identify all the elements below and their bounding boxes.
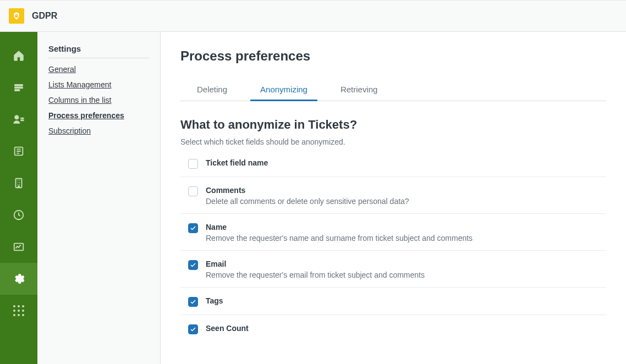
home-icon bbox=[13, 49, 25, 62]
field-row-tags: Tags bbox=[180, 288, 606, 315]
field-row-seen-count: Seen Count bbox=[180, 315, 606, 342]
apps-icon bbox=[13, 305, 25, 317]
field-label: Comments bbox=[206, 186, 606, 195]
field-sub: Remove the requester's name and surname … bbox=[206, 234, 606, 242]
clock-icon bbox=[13, 209, 25, 221]
section-description: Select which ticket fields should be ano… bbox=[180, 137, 606, 146]
gear-icon bbox=[13, 273, 25, 285]
checkbox-comments[interactable] bbox=[188, 186, 198, 196]
tabs: Deleting Anonymizing Retrieving bbox=[180, 79, 606, 101]
settings-list: General Lists Management Columns in the … bbox=[48, 65, 149, 135]
checkbox-tags[interactable] bbox=[188, 297, 198, 307]
tab-anonymizing[interactable]: Anonymizing bbox=[244, 79, 324, 101]
list-icon bbox=[13, 81, 25, 93]
settings-link-general[interactable]: General bbox=[48, 65, 76, 74]
settings-link-lists[interactable]: Lists Management bbox=[48, 80, 111, 89]
field-label: Name bbox=[206, 223, 606, 231]
field-row-ticket-field-name: Ticket field name bbox=[180, 150, 606, 177]
analytics-icon bbox=[13, 241, 25, 253]
section-title: What to anonymize in Tickets? bbox=[180, 118, 606, 132]
field-row-name: Name Remove the requester's name and sur… bbox=[180, 214, 606, 251]
brand-badge bbox=[9, 8, 24, 24]
rail-clock[interactable] bbox=[0, 199, 37, 231]
settings-sidebar: Settings General Lists Management Column… bbox=[37, 32, 161, 364]
field-row-email: Email Remove the requester's email from … bbox=[180, 251, 606, 288]
tab-retrieving[interactable]: Retrieving bbox=[324, 79, 394, 101]
checkbox-name[interactable] bbox=[188, 223, 198, 233]
body: Settings General Lists Management Column… bbox=[0, 32, 626, 364]
nav-rail bbox=[0, 32, 37, 364]
tab-deleting[interactable]: Deleting bbox=[180, 79, 244, 101]
checkbox-ticket-field-name[interactable] bbox=[188, 159, 198, 169]
field-list: Ticket field name Comments Delete all co… bbox=[180, 150, 606, 342]
rail-home[interactable] bbox=[0, 40, 37, 71]
field-sub: Delete all comments or delete only sensi… bbox=[206, 197, 606, 206]
settings-link-process-preferences[interactable]: Process preferences bbox=[48, 111, 124, 120]
field-label: Ticket field name bbox=[206, 158, 606, 167]
checkbox-email[interactable] bbox=[188, 260, 198, 270]
settings-heading: Settings bbox=[48, 44, 149, 58]
app-title: GDPR bbox=[32, 11, 57, 21]
agent-icon bbox=[13, 113, 25, 125]
rail-ticket[interactable] bbox=[0, 135, 37, 167]
checkbox-seen-count[interactable] bbox=[188, 324, 198, 334]
shield-icon bbox=[12, 12, 21, 20]
rail-list[interactable] bbox=[0, 71, 37, 103]
rail-org[interactable] bbox=[0, 167, 37, 199]
svg-point-0 bbox=[15, 115, 19, 119]
settings-link-columns[interactable]: Columns in the list bbox=[48, 96, 111, 104]
page-title: Process preferences bbox=[180, 48, 606, 64]
rail-agent[interactable] bbox=[0, 103, 37, 135]
topbar: GDPR bbox=[0, 0, 626, 32]
org-icon bbox=[13, 177, 25, 189]
rail-settings[interactable] bbox=[0, 263, 37, 295]
rail-analytics[interactable] bbox=[0, 231, 37, 263]
field-sub: Remove the requester's email from ticket… bbox=[206, 271, 606, 279]
field-label: Email bbox=[206, 260, 606, 268]
field-label: Seen Count bbox=[206, 324, 606, 333]
field-label: Tags bbox=[206, 296, 606, 305]
settings-link-subscription[interactable]: Subscription bbox=[48, 126, 91, 135]
rail-apps[interactable] bbox=[0, 295, 37, 327]
main-content: Process preferences Deleting Anonymizing… bbox=[161, 32, 626, 364]
ticket-icon bbox=[13, 145, 25, 157]
field-row-comments: Comments Delete all comments or delete o… bbox=[180, 177, 606, 214]
